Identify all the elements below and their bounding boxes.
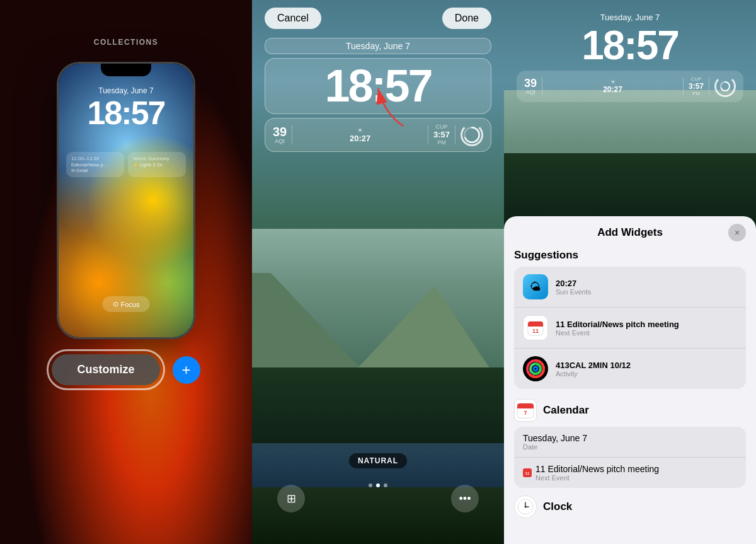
done-button[interactable]: Done xyxy=(442,8,491,29)
clock-section-title: Clock xyxy=(543,501,572,513)
calendar-card-item-1[interactable]: Tuesday, June 7 Date xyxy=(514,427,746,458)
p3-ring-inner xyxy=(719,80,731,93)
p3-divider1 xyxy=(542,78,542,95)
p3-widget-aqi: 39 AQI xyxy=(524,78,537,95)
suggestions-section-title: Suggestions xyxy=(514,249,746,262)
natural-label: NATURAL xyxy=(349,453,407,468)
calendar-event-row: 11 11 Editorial/News pitch meeting Next … xyxy=(523,464,737,482)
arrow-svg xyxy=(365,76,416,139)
p3-aqi-val: 39 xyxy=(524,78,537,89)
suggestion-item-calendar-event[interactable]: 11 11 Editorial/News pitch meeting Next … xyxy=(514,308,746,349)
activity-text: 413CAL 2MIN 10/12 Activity xyxy=(556,361,737,378)
calendar-section-icon: 7 xyxy=(514,399,537,422)
customize-btn-wrapper: Customize xyxy=(52,354,159,385)
suggestion-item-weather[interactable]: 🌤 20:27 Sun Events xyxy=(514,267,746,308)
svg-rect-16 xyxy=(517,406,534,408)
calendar-card-item-2[interactable]: 11 11 Editorial/News pitch meeting Next … xyxy=(514,458,746,488)
calendar-event-text-inner: 11 Editorial/News pitch meeting Next Eve… xyxy=(536,464,659,482)
sheet-close-button[interactable]: × xyxy=(728,224,746,241)
aqi-label: AQI xyxy=(273,138,287,144)
p3-sunrise-val: 20:27 xyxy=(547,85,678,94)
calendar-event-sub: Next Event xyxy=(556,329,737,337)
p3-ring-widget xyxy=(714,76,736,97)
weather-suggestion-icon: 🌤 xyxy=(523,274,548,299)
cup-ampm: PM xyxy=(433,139,450,146)
ring-svg xyxy=(462,124,481,146)
p3-cup-val: 3:57 xyxy=(689,82,704,91)
focus-label: Focus xyxy=(121,301,140,308)
p3-divider2 xyxy=(683,78,684,95)
cancel-button[interactable]: Cancel xyxy=(265,8,321,29)
p3-divider3 xyxy=(709,78,709,95)
p3-lock-date: Tuesday, June 7 xyxy=(517,13,743,22)
calendar-section-header: 7 Calendar xyxy=(514,399,746,422)
more-icon[interactable]: ••• xyxy=(451,485,479,512)
widget-aqi: 39 AQI xyxy=(273,125,287,144)
calendar-card: Tuesday, June 7 Date 11 11 Editorial/New… xyxy=(514,427,746,488)
svg-text:11: 11 xyxy=(532,328,539,334)
suggestions-card: 🌤 20:27 Sun Events 11 xyxy=(514,267,746,389)
activity-suggestion-icon xyxy=(523,356,548,381)
p3-cup-lbl: CUP xyxy=(689,76,704,82)
gallery-icon[interactable]: ⊞ xyxy=(277,485,305,512)
customize-circle-highlight xyxy=(47,349,164,390)
weather-main: 20:27 xyxy=(556,279,737,288)
forest-layer xyxy=(252,367,504,449)
clock-svg xyxy=(517,499,534,515)
activity-sub: Activity xyxy=(556,370,737,378)
phone-widget-calendar: 11:00–11:30 Editorial/News p... ✉ Gmail xyxy=(66,152,124,177)
sheet-title: Add Widgets xyxy=(597,226,663,239)
widget-time-range: 11:00–11:30 xyxy=(71,156,119,161)
calendar-event-sub-2: Next Event xyxy=(536,474,659,482)
calendar-section-title: Calendar xyxy=(543,404,589,417)
focus-icon: ⊙ xyxy=(113,300,118,308)
calendar-date-sub: Date xyxy=(523,443,737,451)
p3-widget-cup: CUP 3:57 PM xyxy=(689,76,704,96)
cup-time: 3:57 xyxy=(433,130,450,139)
widget-app-name: Editorial/News p... xyxy=(71,163,119,167)
calendar-event-main-2: 11 Editorial/News pitch meeting xyxy=(536,464,659,474)
panel1-bottom-bar: Customize + xyxy=(52,354,200,385)
calendar-header-svg: 7 xyxy=(517,402,534,419)
p3-aqi-label: AQI xyxy=(524,89,537,95)
mountain-shape-right xyxy=(346,286,498,380)
clock-section-icon xyxy=(514,495,537,518)
widget-home-label: Home Summary xyxy=(133,156,181,161)
clock-section-header: Clock xyxy=(514,495,746,518)
svg-text:7: 7 xyxy=(524,410,527,416)
calendar-event-text: 11 Editorial/News pitch meeting Next Eve… xyxy=(556,320,737,337)
lockscreen-date[interactable]: Tuesday, June 7 xyxy=(265,38,491,54)
widget-ring xyxy=(461,124,483,146)
widget-divider-2 xyxy=(428,125,428,144)
p3-lock-time: 18:57 xyxy=(517,25,743,67)
p3-widgets: 39 AQI ☀ 20:27 CUP 3:57 PM xyxy=(517,71,743,102)
panel-add-widgets: Tuesday, June 7 18:57 39 AQI ☀ 20:27 CUP… xyxy=(504,0,756,544)
phone-lock-time: 18:57 xyxy=(59,94,193,132)
add-button[interactable]: + xyxy=(173,356,200,384)
panel3-lockscreen: Tuesday, June 7 18:57 39 AQI ☀ 20:27 CUP… xyxy=(517,13,743,102)
focus-button[interactable]: ⊙ Focus xyxy=(103,296,150,312)
svg-text:11: 11 xyxy=(525,472,530,475)
sheet-header: Add Widgets × xyxy=(504,216,756,244)
p3-cup-pm: PM xyxy=(689,91,704,96)
p3-sun-icon: ☀ xyxy=(547,79,678,85)
widget-gmail: ✉ Gmail xyxy=(71,168,119,173)
panel-collections: COLLECTIONS Tuesday, June 7 18:57 11:00–… xyxy=(0,0,252,544)
calendar-event-main: 11 Editorial/News pitch meeting xyxy=(556,320,737,329)
arrow-annotation xyxy=(365,76,416,141)
clock-section: Clock xyxy=(514,495,746,518)
panel2-bottom-icons: ⊞ ••• xyxy=(252,485,504,512)
phone-notch xyxy=(101,64,151,76)
collections-label: COLLECTIONS xyxy=(94,38,159,47)
p3-widget-sunrise: ☀ 20:27 xyxy=(547,79,678,94)
phone-mockup: Tuesday, June 7 18:57 11:00–11:30 Editor… xyxy=(57,62,195,339)
panel2-header: Cancel Done xyxy=(252,0,504,37)
suggestion-item-activity[interactable]: 413CAL 2MIN 10/12 Activity xyxy=(514,349,746,389)
svg-rect-7 xyxy=(528,324,543,327)
svg-point-23 xyxy=(525,506,527,508)
widget-divider-1 xyxy=(292,125,292,144)
activity-rings-svg xyxy=(524,357,547,380)
svg-point-13 xyxy=(534,367,537,371)
calendar-section: 7 Calendar Tuesday, June 7 Date xyxy=(514,399,746,488)
add-widgets-sheet: Add Widgets × Suggestions 🌤 20:27 Sun Ev… xyxy=(504,216,756,544)
